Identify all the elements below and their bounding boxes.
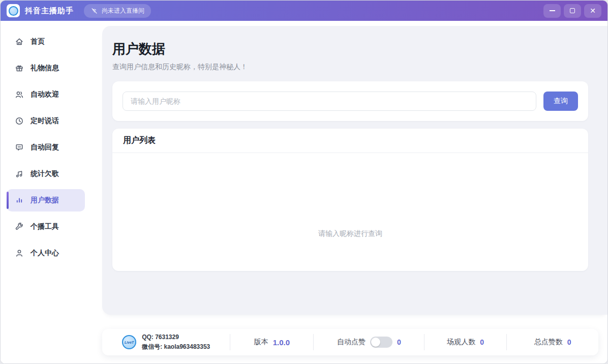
version-value: 1.0.0 <box>273 338 290 347</box>
music-icon <box>15 169 24 178</box>
titlebar: 抖音主播助手 尚未进入直播间 ✕ <box>1 1 607 21</box>
sidebar-item-song-stats[interactable]: 统计欠歌 <box>7 163 85 185</box>
search-button[interactable]: 查询 <box>543 92 578 111</box>
sidebar-item-label: 统计欠歌 <box>31 169 59 178</box>
bar-chart-icon <box>15 196 24 205</box>
close-icon: ✕ <box>590 7 596 14</box>
app-title: 抖音主播助手 <box>25 6 74 16</box>
user-icon <box>15 249 24 258</box>
sidebar-item-label: 用户数据 <box>31 196 59 205</box>
sidebar-item-auto-reply[interactable]: 自动回复 <box>7 136 85 159</box>
chat-icon <box>15 143 24 152</box>
home-icon <box>15 37 24 46</box>
wrench-icon <box>15 222 24 231</box>
sidebar: 首页 礼物信息 自动欢迎 定时说话 <box>1 21 93 363</box>
sidebar-item-gift-info[interactable]: 礼物信息 <box>7 57 85 79</box>
livet-logo-icon: LiveT <box>122 335 136 349</box>
likes-label: 总点赞数 <box>534 338 563 347</box>
sidebar-item-user-data[interactable]: 用户数据 <box>7 189 85 211</box>
sidebar-item-label: 自动欢迎 <box>31 90 59 99</box>
window-controls: ✕ <box>543 4 601 18</box>
live-status-text: 尚未进入直播间 <box>102 7 144 15</box>
footer-wechat: 微信号: kaola963483353 <box>142 342 210 352</box>
clock-icon <box>15 116 24 126</box>
main-panel: 用户数据 查询用户信息和历史昵称，特别是神秘人！ 查询 用户列表 请输入昵称进行… <box>102 26 607 315</box>
minimize-icon <box>550 10 555 11</box>
toggle-knob <box>371 338 380 347</box>
sidebar-item-home[interactable]: 首页 <box>7 31 85 53</box>
sidebar-item-label: 自动回复 <box>31 143 59 152</box>
footer-contact-lines: QQ: 7631329 微信号: kaola963483353 <box>142 332 210 351</box>
sidebar-item-label: 个人中心 <box>31 249 59 258</box>
users-icon <box>15 90 24 99</box>
app-icon <box>7 4 20 17</box>
app-logo-icon <box>9 6 18 16</box>
maximize-button[interactable] <box>564 4 581 18</box>
sidebar-item-stream-tools[interactable]: 个播工具 <box>7 216 85 238</box>
footer-qq: QQ: 7631329 <box>142 332 210 342</box>
sidebar-item-label: 个播工具 <box>31 222 59 231</box>
footer-status-bar: LiveT QQ: 7631329 微信号: kaola963483353 版本… <box>102 329 598 355</box>
footer-viewers-section: 场观人数 0 <box>424 329 506 355</box>
gift-icon <box>15 64 24 73</box>
footer-version-section: 版本 1.0.0 <box>230 329 313 355</box>
auto-like-label: 自动点赞 <box>337 338 366 347</box>
signal-slash-icon <box>90 7 98 15</box>
nickname-search-input[interactable] <box>123 92 536 111</box>
sidebar-item-label: 首页 <box>31 37 45 46</box>
likes-count: 0 <box>567 338 571 346</box>
auto-like-toggle[interactable] <box>370 337 392 348</box>
close-button[interactable]: ✕ <box>584 4 601 18</box>
sidebar-item-timed-speech[interactable]: 定时说话 <box>7 110 85 132</box>
footer-contact-section: LiveT QQ: 7631329 微信号: kaola963483353 <box>102 329 230 355</box>
sidebar-item-label: 定时说话 <box>31 116 59 126</box>
search-card: 查询 <box>112 81 588 121</box>
user-list-header: 用户列表 <box>112 129 588 153</box>
minimize-button[interactable] <box>543 4 561 18</box>
footer-auto-like-section: 自动点赞 0 <box>314 329 424 355</box>
user-list-empty-state: 请输入昵称进行查询 <box>112 153 588 271</box>
app-window: 抖音主播助手 尚未进入直播间 ✕ 首页 <box>0 0 608 364</box>
footer-likes-section: 总点赞数 0 <box>507 329 598 355</box>
sidebar-item-auto-welcome[interactable]: 自动欢迎 <box>7 83 85 106</box>
maximize-icon <box>570 8 575 13</box>
user-list-card: 用户列表 请输入昵称进行查询 <box>112 129 588 271</box>
page-subtitle: 查询用户信息和历史昵称，特别是神秘人！ <box>112 63 588 72</box>
version-label: 版本 <box>254 338 268 347</box>
viewers-count: 0 <box>480 338 484 346</box>
sidebar-item-label: 礼物信息 <box>31 64 59 73</box>
live-status-badge: 尚未进入直播间 <box>84 4 151 18</box>
selected-indicator <box>7 192 9 209</box>
sidebar-item-profile[interactable]: 个人中心 <box>7 242 85 264</box>
viewers-label: 场观人数 <box>447 338 475 347</box>
page-title: 用户数据 <box>112 40 588 58</box>
auto-like-count: 0 <box>397 338 401 346</box>
